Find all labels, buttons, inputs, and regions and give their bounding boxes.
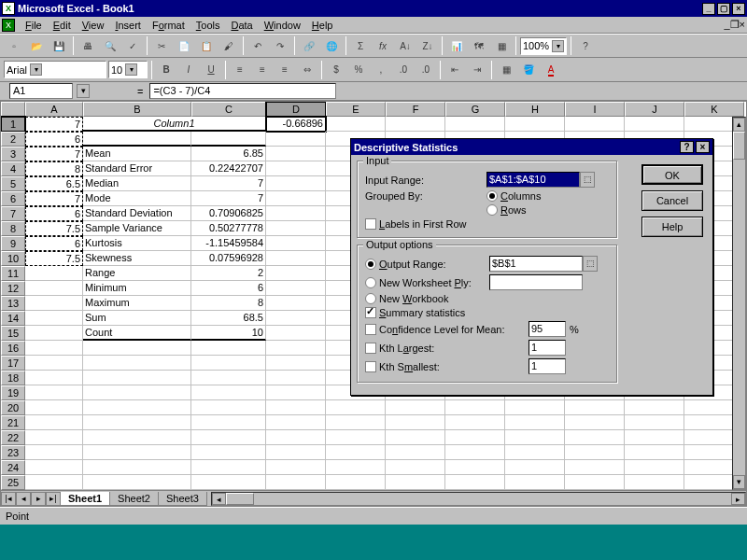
summary-stats-checkbox[interactable] [365,307,376,318]
row-header-2[interactable]: 2 [1,132,25,147]
cell-E25[interactable] [326,475,386,490]
cell-J22[interactable] [625,430,684,445]
map-button[interactable]: 🗺 [469,36,489,56]
cell-D19[interactable] [266,385,326,400]
align-center-button[interactable]: ≡ [252,60,273,79]
name-box[interactable]: A1 [9,83,73,99]
row-header-13[interactable]: 13 [1,296,25,311]
cell-C22[interactable] [191,430,266,445]
ok-button[interactable]: OK [641,164,703,185]
cell-C23[interactable] [191,445,266,460]
confidence-field[interactable]: 95 [529,321,566,337]
cell-C19[interactable] [191,385,266,400]
fill-color-button[interactable]: 🪣 [518,60,539,79]
cell-C14[interactable]: 68.5 [191,311,266,326]
cell-C8[interactable]: 0.50277778 [191,221,266,236]
row-header-18[interactable]: 18 [1,371,25,385]
col-header-C[interactable]: C [191,102,266,117]
redo-button[interactable]: ↷ [270,36,290,56]
cell-D23[interactable] [266,445,326,460]
col-header-I[interactable]: I [565,102,625,117]
confidence-checkbox[interactable] [365,324,376,335]
row-header-19[interactable]: 19 [1,385,25,400]
cell-C3[interactable]: 6.85 [191,147,266,161]
dropdown-icon[interactable]: ▾ [552,40,564,52]
underline-button[interactable]: U [201,60,221,79]
cell-A17[interactable] [25,356,83,371]
cell-C12[interactable]: 6 [191,281,266,296]
col-header-B[interactable]: B [83,102,191,117]
menu-edit[interactable]: Edit [48,18,77,33]
tab-nav-next[interactable]: ▸ [31,492,46,506]
align-right-button[interactable]: ≡ [275,60,295,79]
cell-B17[interactable] [83,356,191,371]
align-left-button[interactable]: ≡ [230,60,250,79]
cell-H1[interactable] [505,117,565,132]
cell-D8[interactable] [266,221,326,236]
cell-C4[interactable]: 0.22422707 [191,161,266,176]
cell-D4[interactable] [266,161,326,176]
help-button[interactable]: ? [575,36,596,56]
col-header-H[interactable]: H [505,102,565,117]
cell-D10[interactable] [266,251,326,266]
cell-F1[interactable] [386,117,445,132]
dropdown-icon[interactable]: ▾ [125,63,137,76]
cell-J24[interactable] [625,460,684,475]
cell-B22[interactable] [83,430,191,445]
cell-A1[interactable]: 7 [25,117,83,132]
cell-G21[interactable] [445,415,505,430]
cell-B9[interactable]: Kurtosis [83,236,191,251]
cell-A13[interactable] [25,296,83,311]
font-combo[interactable]: Arial▾ [4,61,106,78]
scroll-thumb[interactable] [733,132,745,160]
col-header-F[interactable]: F [386,102,445,117]
cell-C10[interactable]: 0.07596928 [191,251,266,266]
cell-A10[interactable]: 7.5 [25,251,83,266]
cell-C21[interactable] [191,415,266,430]
cell-C15[interactable]: 10 [191,326,266,341]
scroll-down-icon[interactable]: ▾ [733,475,745,489]
cell-B7[interactable]: Standard Deviation [83,206,191,221]
zoom-combo[interactable]: 100%▾ [520,37,567,55]
cell-H20[interactable] [505,400,565,415]
cell-F25[interactable] [386,475,445,490]
maximize-button[interactable]: ▢ [717,3,730,15]
row-header-6[interactable]: 6 [1,191,25,206]
tab-sheet2[interactable]: Sheet2 [109,492,159,506]
cell-D16[interactable] [266,341,326,356]
scroll-right-icon[interactable]: ▸ [731,493,745,505]
cell-J1[interactable] [625,117,684,132]
cell-E21[interactable] [326,415,386,430]
col-header-K[interactable]: K [684,102,744,117]
cell-B18[interactable] [83,371,191,385]
output-range-field[interactable]: $B$1 [489,256,583,272]
cell-A3[interactable]: 7 [25,147,83,161]
cell-D9[interactable] [266,236,326,251]
kth-smallest-checkbox[interactable] [365,361,376,372]
print-button[interactable]: 🖶 [78,36,98,56]
cell-B14[interactable]: Sum [83,311,191,326]
cell-B3[interactable]: Mean [83,147,191,161]
cell-F23[interactable] [386,445,445,460]
dialog-titlebar[interactable]: Descriptive Statistics ? × [351,139,712,155]
cell-G24[interactable] [445,460,505,475]
row-header-14[interactable]: 14 [1,311,25,326]
cell-I23[interactable] [565,445,625,460]
currency-button[interactable]: $ [326,60,346,79]
scroll-up-icon[interactable]: ▴ [733,118,745,132]
row-header-5[interactable]: 5 [1,176,25,191]
function-button[interactable]: fx [373,36,393,56]
new-button[interactable]: ▫ [4,36,24,56]
paste-button[interactable]: 📋 [196,36,217,56]
cell-A15[interactable] [25,326,83,341]
cell-D18[interactable] [266,371,326,385]
cell-C11[interactable]: 2 [191,266,266,281]
cell-C17[interactable] [191,356,266,371]
cell-B2[interactable] [83,132,191,147]
cell-C5[interactable]: 7 [191,176,266,191]
cell-A20[interactable] [25,400,83,415]
col-header-J[interactable]: J [625,102,684,117]
cell-I22[interactable] [565,430,625,445]
cell-A19[interactable] [25,385,83,400]
dialog-help-button[interactable]: ? [680,141,694,153]
